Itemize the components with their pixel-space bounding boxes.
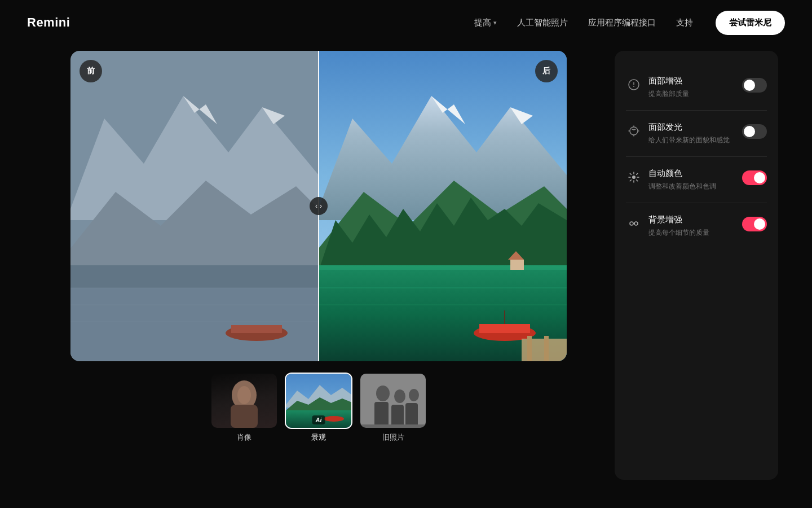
svg-point-40 [376, 386, 390, 401]
nav-api[interactable]: 应用程序编程接口 [588, 17, 656, 28]
after-label: 后 [535, 60, 558, 82]
face-glow-title: 面部发光 [648, 122, 735, 133]
bg-enhance-title: 背景增强 [648, 214, 735, 225]
svg-marker-24 [479, 324, 530, 333]
face-glow-desc: 给人们带来新的面貌和感觉 [648, 135, 735, 145]
setting-face-enhance: 面部增强 提高脸部质量 [626, 64, 767, 111]
main-content: ‹ › 前 后 [0, 45, 812, 508]
bg-enhance-toggle[interactable] [742, 217, 767, 231]
chevron-down-icon: ▾ [493, 19, 497, 27]
thumb-portrait-label: 肖像 [237, 432, 251, 443]
face-glow-icon [626, 123, 642, 139]
nav-support[interactable]: 支持 [676, 17, 693, 28]
setting-face-glow: 面部发光 给人们带来新的面貌和感觉 [626, 111, 767, 157]
nav-ai-photos[interactable]: 人工智能照片 [517, 17, 568, 28]
after-image [319, 51, 567, 361]
try-button[interactable]: 尝试雷米尼 [716, 11, 785, 35]
left-arrow-icon: ‹ [315, 202, 317, 210]
thumb-old-photo-label: 旧照片 [382, 432, 404, 443]
face-glow-toggle[interactable] [742, 124, 767, 139]
setting-auto-color: 自动颜色 调整和改善颜色和色调 [626, 157, 767, 203]
comparison-handle[interactable]: ‹ › [310, 197, 328, 215]
right-panel: 面部增强 提高脸部质量 面部发光 给人们带来新的面貌和感觉 [615, 51, 778, 480]
thumb-landscape-img: Ai [285, 373, 352, 429]
auto-color-text: 自动颜色 调整和改善颜色和色调 [648, 168, 735, 191]
face-glow-text: 面部发光 给人们带来新的面貌和感觉 [648, 122, 735, 145]
right-arrow-icon: › [320, 202, 322, 210]
before-image [70, 51, 319, 361]
face-enhance-icon [626, 77, 642, 93]
svg-rect-30 [544, 336, 549, 361]
navbar: Remini 提高 ▾ 人工智能照片 应用程序编程接口 支持 尝试雷米尼 [0, 0, 812, 45]
bg-enhance-icon [626, 216, 642, 231]
nav-links: 提高 ▾ 人工智能照片 应用程序编程接口 支持 [474, 17, 693, 28]
thumb-landscape-label: 景观 [311, 432, 326, 443]
svg-point-52 [634, 222, 638, 225]
bg-enhance-text: 背景增强 提高每个细节的质量 [648, 214, 735, 238]
svg-point-50 [632, 176, 636, 179]
svg-rect-21 [510, 260, 524, 270]
thumb-landscape-item[interactable]: Ai 景观 [285, 373, 352, 443]
thumb-old-photo-img [359, 373, 427, 429]
svg-rect-6 [70, 265, 319, 288]
svg-rect-29 [527, 336, 532, 361]
auto-color-icon [626, 169, 642, 185]
auto-color-desc: 调整和改善颜色和色调 [648, 181, 735, 191]
face-enhance-title: 面部增强 [648, 76, 735, 86]
thumb-portrait-img [210, 373, 278, 429]
svg-rect-46 [360, 424, 427, 429]
face-enhance-text: 面部增强 提高脸部质量 [648, 76, 735, 99]
face-enhance-desc: 提高脸部质量 [648, 89, 735, 99]
auto-color-toggle[interactable] [742, 170, 767, 185]
auto-color-title: 自动颜色 [648, 168, 735, 179]
setting-bg-enhance: 背景增强 提高每个细节的质量 [626, 203, 767, 249]
left-section: ‹ › 前 后 [34, 51, 603, 443]
brand-logo: Remini [27, 15, 70, 30]
face-enhance-toggle[interactable] [742, 78, 767, 93]
svg-point-42 [409, 389, 419, 401]
svg-point-38 [324, 416, 344, 422]
nav-enhance[interactable]: 提高 ▾ [474, 17, 497, 28]
image-comparison[interactable]: ‹ › 前 后 [70, 51, 567, 361]
svg-point-49 [633, 86, 634, 87]
thumbnails-row: 肖像 [210, 373, 427, 443]
thumb-portrait-item[interactable]: 肖像 [210, 373, 278, 443]
svg-point-51 [630, 222, 633, 225]
ai-badge: Ai [312, 415, 325, 424]
svg-marker-8 [231, 325, 282, 333]
svg-point-41 [394, 389, 405, 403]
thumb-old-photo-item[interactable]: 旧照片 [359, 373, 427, 443]
svg-point-33 [237, 386, 251, 404]
before-label: 前 [80, 60, 102, 82]
svg-rect-32 [231, 405, 258, 428]
svg-rect-20 [319, 265, 567, 270]
bg-enhance-desc: 提高每个细节的质量 [648, 227, 735, 238]
